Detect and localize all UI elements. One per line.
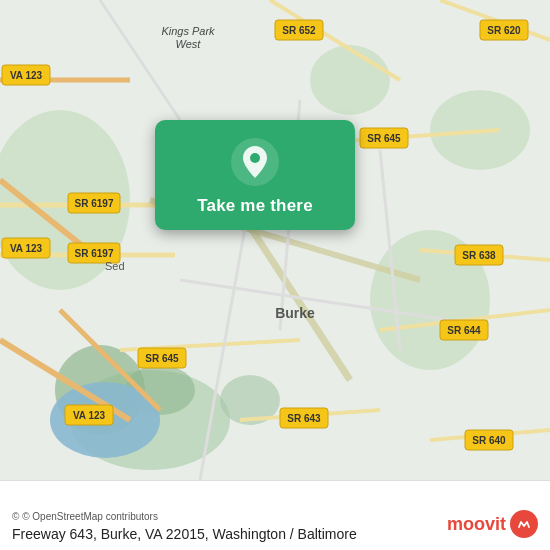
svg-text:SR 6197: SR 6197 [75,248,114,259]
svg-text:SR 643: SR 643 [287,413,321,424]
moovit-logo: moovit [447,510,538,538]
take-me-there-button[interactable]: Take me there [197,196,313,216]
svg-text:VA 123: VA 123 [10,70,43,81]
svg-text:VA 123: VA 123 [73,410,106,421]
copyright-symbol: © [12,511,19,522]
svg-text:SR 6197: SR 6197 [75,198,114,209]
address-line: Freeway 643, Burke, VA 22015, Washington… [12,526,357,542]
svg-text:SR 644: SR 644 [447,325,481,336]
svg-point-62 [515,515,533,533]
svg-text:SR 620: SR 620 [487,25,521,36]
moovit-icon [510,510,538,538]
svg-text:VA 123: VA 123 [10,243,43,254]
svg-text:SR 645: SR 645 [145,353,179,364]
svg-text:Kings Park: Kings Park [161,25,215,37]
moovit-text: moovit [447,514,506,535]
svg-text:Burke: Burke [275,305,315,321]
svg-text:West: West [176,38,202,50]
svg-text:SR 638: SR 638 [462,250,496,261]
map-container: VA 123 SR 652 SR 620 SR 645 SR 6197 VA 1… [0,0,550,480]
svg-text:SR 652: SR 652 [282,25,316,36]
bottom-bar: © © OpenStreetMap contributors Freeway 6… [0,480,550,550]
svg-text:SR 645: SR 645 [367,133,401,144]
location-card: Take me there [155,120,355,230]
svg-point-5 [310,45,390,115]
sed-label: Sed [105,260,125,272]
map-svg: VA 123 SR 652 SR 620 SR 645 SR 6197 VA 1… [0,0,550,480]
openstreetmap-text: © OpenStreetMap contributors [22,511,158,522]
location-pin-icon [231,138,279,186]
svg-text:SR 640: SR 640 [472,435,506,446]
svg-point-61 [250,153,260,163]
